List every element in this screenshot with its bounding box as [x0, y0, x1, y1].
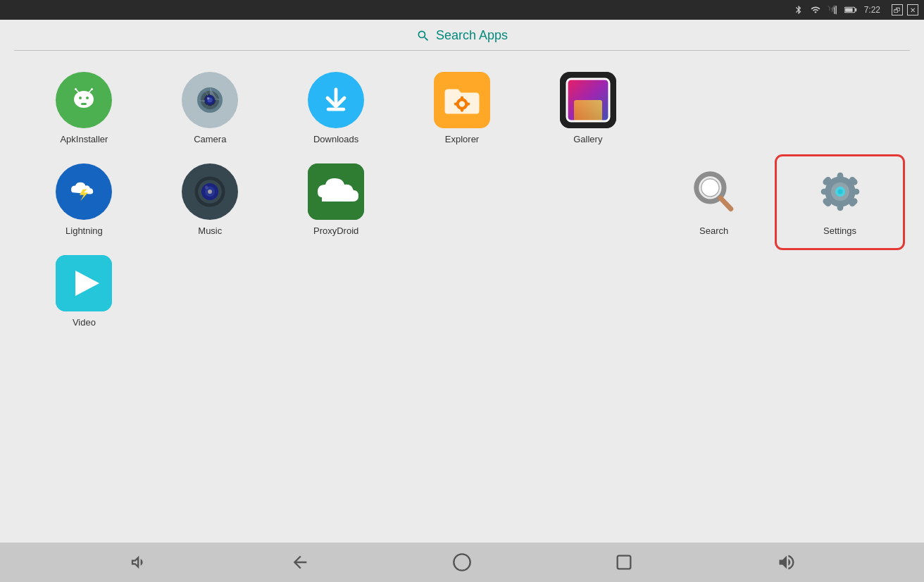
app-apkinstaller[interactable]: ApkInstaller	[21, 65, 147, 156]
downloads-icon	[308, 72, 364, 128]
svg-rect-1	[855, 8, 856, 12]
apkinstaller-label: ApkInstaller	[60, 134, 108, 144]
app-grid: ApkInstaller	[0, 51, 924, 543]
svg-rect-49	[850, 189, 859, 195]
empty-cell-4	[525, 156, 651, 248]
svg-point-38	[208, 190, 212, 194]
music-label: Music	[198, 225, 222, 236]
video-label: Video	[73, 317, 96, 328]
home-button[interactable]	[448, 548, 476, 576]
search-area[interactable]: Search Apps	[0, 20, 924, 50]
app-lightning[interactable]: Lightning	[21, 156, 147, 248]
app-music[interactable]: Music	[147, 156, 273, 248]
time-display: 7:22	[864, 5, 880, 15]
back-button[interactable]	[286, 548, 314, 576]
svg-rect-47	[837, 202, 843, 211]
svg-rect-20	[327, 108, 345, 111]
camera-icon	[182, 72, 238, 128]
search-label-app: Search	[699, 225, 728, 236]
gallery-icon	[560, 72, 616, 128]
svg-rect-26	[454, 103, 458, 106]
svg-rect-46	[837, 173, 843, 182]
restore-button[interactable]: 🗗	[892, 4, 903, 16]
app-video[interactable]: Video	[21, 248, 147, 340]
svg-rect-24	[461, 96, 463, 100]
svg-point-6	[86, 97, 89, 99]
battery-icon	[844, 6, 857, 14]
gallery-label: Gallery	[573, 134, 602, 144]
svg-point-42	[701, 179, 719, 197]
signal-icon	[828, 5, 837, 15]
svg-rect-30	[574, 100, 602, 121]
lightning-label: Lightning	[65, 225, 103, 236]
app-settings[interactable]: Settings	[777, 156, 903, 248]
status-icons-titlebar: 7:22	[794, 5, 880, 15]
svg-rect-2	[845, 8, 853, 11]
camera-label: Camera	[194, 134, 226, 144]
lightning-icon	[56, 163, 112, 220]
svg-point-23	[459, 101, 465, 106]
apkinstaller-icon	[56, 72, 112, 128]
svg-point-59	[454, 554, 470, 570]
title-bar: 7:22 🗗 ✕	[0, 0, 924, 20]
empty-cell-3	[399, 156, 525, 248]
svg-point-44	[703, 181, 708, 187]
window-controls[interactable]: 🗗 ✕	[892, 4, 918, 16]
downloads-label: Downloads	[313, 134, 358, 144]
svg-point-5	[79, 97, 82, 99]
bluetooth-icon	[794, 5, 804, 15]
video-icon	[56, 255, 112, 311]
volume-down-button[interactable]	[123, 548, 151, 576]
svg-point-11	[91, 88, 93, 90]
close-button[interactable]: ✕	[907, 4, 918, 16]
app-proxydroid[interactable]: ProxyDroid	[273, 156, 399, 248]
svg-point-39	[205, 186, 208, 190]
svg-rect-48	[820, 189, 830, 195]
explorer-label: Explorer	[445, 134, 479, 144]
search-app-icon	[686, 163, 742, 220]
proxydroid-label: ProxyDroid	[313, 225, 358, 236]
svg-line-43	[720, 198, 731, 209]
svg-rect-27	[466, 103, 470, 106]
empty-cell-1	[651, 65, 777, 156]
search-magnifier-icon	[416, 29, 430, 43]
app-search[interactable]: Search	[651, 156, 777, 248]
app-camera[interactable]: Camera	[147, 65, 273, 156]
empty-cell-2	[777, 65, 903, 156]
nav-bar	[0, 543, 924, 582]
svg-rect-60	[618, 556, 631, 569]
svg-rect-25	[461, 108, 463, 112]
svg-point-56	[837, 189, 842, 194]
explorer-icon	[434, 72, 490, 128]
svg-point-4	[74, 91, 94, 108]
search-label: Search Apps	[436, 28, 508, 43]
recents-button[interactable]	[610, 548, 638, 576]
app-downloads[interactable]: Downloads	[273, 65, 399, 156]
app-explorer[interactable]: Explorer	[399, 65, 525, 156]
volume-up-button[interactable]	[773, 548, 801, 576]
wifi-icon	[811, 5, 820, 15]
settings-icon	[812, 163, 868, 220]
music-icon	[182, 163, 238, 220]
android-screen: Search Apps	[0, 20, 924, 582]
svg-point-9	[75, 88, 77, 90]
app-gallery[interactable]: Gallery	[525, 65, 651, 156]
svg-point-18	[207, 97, 210, 100]
proxydroid-icon	[308, 163, 364, 220]
svg-rect-7	[81, 103, 87, 105]
settings-label: Settings	[823, 225, 856, 236]
search-bar[interactable]: Search Apps	[416, 28, 508, 43]
